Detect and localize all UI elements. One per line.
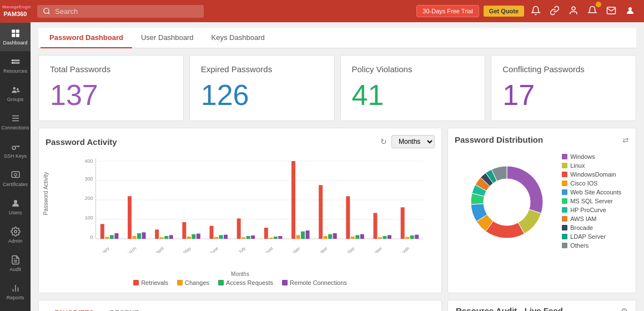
stat-conflicting-passwords: Conflicting Passwords 17 bbox=[491, 55, 636, 121]
svg-rect-63 bbox=[237, 218, 241, 239]
svg-rect-90 bbox=[383, 236, 387, 239]
svg-rect-64 bbox=[242, 237, 245, 239]
resource-audit-settings-icon[interactable]: ⚙ bbox=[621, 307, 628, 312]
svg-rect-84 bbox=[351, 237, 355, 239]
svg-point-25 bbox=[572, 7, 575, 10]
app-logo[interactable]: ManageEngine PAM360 bbox=[0, 0, 31, 23]
svg-rect-3 bbox=[16, 33, 19, 37]
svg-rect-66 bbox=[251, 235, 255, 239]
dashboard-icon bbox=[11, 28, 21, 38]
notifications-icon[interactable] bbox=[529, 3, 543, 19]
donut-legend-item: Windows bbox=[562, 153, 621, 160]
bar-chart: 0 100 200 300 400 FebruaryMarchAprilMayJ… bbox=[68, 153, 435, 253]
donut-legend-label: MS SQL Server bbox=[570, 198, 613, 204]
donut-legend-item: Brocade bbox=[562, 224, 621, 231]
svg-rect-45 bbox=[137, 233, 141, 239]
sidebar-item-audit[interactable]: Audit bbox=[0, 249, 31, 278]
tab-user-dashboard[interactable]: User Dashboard bbox=[132, 28, 203, 48]
donut-legend-item: HP ProCurve bbox=[562, 207, 621, 213]
svg-text:October: October bbox=[313, 245, 329, 253]
svg-rect-93 bbox=[401, 207, 405, 239]
svg-text:August: August bbox=[260, 245, 274, 253]
svg-text:400: 400 bbox=[84, 158, 93, 164]
svg-rect-54 bbox=[187, 237, 191, 239]
search-input[interactable] bbox=[55, 7, 166, 16]
topbar: 30-Days Free Trial Get Quote bbox=[31, 0, 644, 22]
account-icon[interactable] bbox=[623, 3, 637, 19]
distribution-refresh-icon[interactable]: ⇄ bbox=[622, 136, 629, 144]
donut-legend-item: Others bbox=[562, 242, 621, 249]
donut-legend-dot bbox=[562, 216, 567, 222]
quote-button[interactable]: Get Quote bbox=[484, 6, 524, 17]
sidebar-item-certificates[interactable]: Certificates bbox=[0, 164, 31, 193]
svg-rect-0 bbox=[12, 29, 15, 33]
svg-rect-96 bbox=[415, 235, 419, 239]
svg-text:September: September bbox=[281, 245, 301, 253]
sidebar-item-users[interactable]: Users bbox=[0, 193, 31, 221]
stat-total-passwords: Total Passwords 137 bbox=[38, 55, 184, 121]
sidebar-item-sshkeys[interactable]: SSH Keys bbox=[0, 136, 31, 164]
tab-password-dashboard[interactable]: Password Dashboard bbox=[41, 28, 132, 48]
svg-point-10 bbox=[12, 146, 16, 149]
resource-audit-header: Resource Audit - Live Feed ⚙ bbox=[456, 306, 628, 311]
donut-legend-label: Cisco IOS bbox=[570, 180, 598, 187]
legend-remote: Remote Connections bbox=[282, 279, 347, 286]
sshkeys-icon bbox=[11, 142, 21, 152]
distribution-chart-card: Password Distribution ⇄ (function() { co… bbox=[447, 128, 636, 293]
y-axis-label: Password Activity bbox=[43, 172, 49, 215]
reports-icon bbox=[11, 283, 21, 293]
svg-rect-88 bbox=[374, 213, 378, 239]
legend-access: Access Requests bbox=[218, 279, 273, 286]
sidebar-label-resources: Resources bbox=[3, 68, 27, 74]
tab-recent[interactable]: RECENT bbox=[102, 306, 147, 311]
sidebar-item-groups[interactable]: Groups bbox=[0, 79, 31, 108]
donut-legend-dot bbox=[562, 163, 567, 168]
sidebar-label-certificates: Certificates bbox=[3, 182, 28, 187]
activity-refresh-icon[interactable]: ↻ bbox=[380, 137, 387, 146]
legend-dot-retrievals bbox=[133, 280, 139, 285]
period-select[interactable]: Months Weeks Days bbox=[391, 135, 435, 148]
svg-rect-49 bbox=[160, 237, 164, 239]
favorites-tabs: FAVORITES RECENT bbox=[47, 306, 434, 311]
svg-point-17 bbox=[14, 230, 17, 233]
svg-rect-89 bbox=[378, 237, 382, 239]
sidebar-item-admin[interactable]: Admin bbox=[0, 221, 31, 249]
alert-icon[interactable] bbox=[585, 3, 600, 19]
tab-favorites[interactable]: FAVORITES bbox=[47, 306, 102, 311]
expired-passwords-label: Expired Passwords bbox=[201, 64, 323, 74]
donut-legend-label: Windows bbox=[570, 153, 595, 160]
sidebar-item-dashboard[interactable]: Dashboard bbox=[0, 23, 31, 51]
donut-legend-item: AWS IAM bbox=[562, 215, 621, 222]
svg-rect-59 bbox=[214, 237, 218, 239]
stat-cards: Total Passwords 137 Expired Passwords 12… bbox=[38, 55, 636, 121]
mail-icon[interactable] bbox=[604, 3, 618, 19]
user-icon[interactable] bbox=[566, 3, 581, 19]
sidebar-item-reports[interactable]: Reports bbox=[0, 278, 31, 306]
expired-passwords-value: 126 bbox=[201, 81, 323, 109]
donut-legend-label: Others bbox=[570, 242, 588, 249]
connections-icon bbox=[11, 113, 21, 123]
donut-legend-label: WindowsDomain bbox=[570, 171, 616, 178]
audit-icon bbox=[11, 255, 21, 265]
main-tabs: Password Dashboard User Dashboard Keys D… bbox=[38, 28, 636, 48]
x-axis-label: Months bbox=[46, 271, 435, 277]
sidebar-label-sshkeys: SSH Keys bbox=[4, 153, 27, 159]
svg-rect-76 bbox=[306, 230, 310, 239]
link-icon[interactable] bbox=[547, 3, 562, 19]
svg-point-23 bbox=[44, 8, 49, 13]
donut-legend: WindowsLinuxWindowsDomainCisco IOSWeb Si… bbox=[562, 153, 621, 251]
sidebar-item-connections[interactable]: Connections bbox=[0, 108, 31, 136]
svg-line-24 bbox=[48, 13, 50, 14]
donut-legend-dot bbox=[562, 243, 567, 248]
trial-button[interactable]: 30-Days Free Trial bbox=[416, 5, 479, 17]
search-box[interactable] bbox=[37, 5, 204, 18]
svg-rect-79 bbox=[324, 236, 328, 239]
tab-keys-dashboard[interactable]: Keys Dashboard bbox=[203, 28, 274, 48]
donut-legend-label: Brocade bbox=[570, 224, 593, 231]
svg-rect-70 bbox=[274, 237, 278, 239]
brand-name: ManageEngine bbox=[2, 4, 28, 10]
svg-text:200: 200 bbox=[84, 195, 93, 201]
sidebar-item-resources[interactable]: Resources bbox=[0, 51, 31, 79]
svg-text:July: July bbox=[238, 246, 247, 253]
sidebar-label-dashboard: Dashboard bbox=[3, 40, 27, 46]
